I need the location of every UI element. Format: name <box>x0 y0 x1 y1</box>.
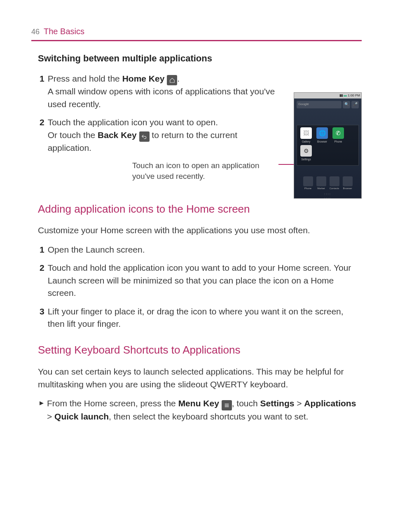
home-key-label: Home Key <box>122 74 165 83</box>
step-number: 1 <box>40 73 44 110</box>
step-body: Touch the application icon you want to o… <box>48 116 254 154</box>
step-number: 3 <box>40 305 44 330</box>
phone-status-bar: ▮▮ ▬ 1:00 PM <box>294 93 361 98</box>
phone-dock: Phone Market Contacts Browser :::::::: <box>294 175 361 198</box>
recent-app-settings: ⚙ Settings <box>299 145 313 161</box>
dock-app-market: Market <box>316 176 327 190</box>
text: > <box>47 412 54 421</box>
text: , then select the keyboard shortcuts you… <box>109 412 308 421</box>
bullet-body: From the Home screen, press the Menu Key… <box>47 397 362 423</box>
recent-app-browser: 🌐 Browser <box>315 127 329 143</box>
recent-app-phone: ✆ Phone <box>331 127 345 143</box>
dock-app-browser: Browser <box>342 176 353 190</box>
phone-time: 1:00 PM <box>348 94 360 97</box>
applications-label: Applications <box>304 398 356 408</box>
back-key-icon <box>139 131 150 142</box>
battery-icon: ▬ <box>344 94 347 97</box>
text: , touch <box>232 398 260 408</box>
adding-step-3: 3 Lift your finger to place it, or drag … <box>40 305 362 330</box>
text: Or touch the <box>48 130 98 140</box>
step-number: 2 <box>40 116 44 154</box>
svg-rect-1 <box>225 405 229 406</box>
mic-icon: 🎤 <box>351 101 359 108</box>
phone-screenshot: ▮▮ ▬ 1:00 PM Google 🔍 🎤 🖼 Gallery 🌐 Brow… <box>294 92 362 199</box>
app-label: Gallery <box>302 140 311 143</box>
dock-label: Market <box>317 187 325 190</box>
back-key-label: Back Key <box>98 130 137 140</box>
text: Press and hold the <box>48 74 122 83</box>
callout-text: Touch an icon to open an application you… <box>132 160 274 182</box>
heading-shortcuts: Setting Keyboard Shortcuts to Applicatio… <box>38 342 362 358</box>
text: From the Home screen, press the <box>47 398 178 408</box>
app-label: Browser <box>317 140 327 143</box>
section-title: The Basics <box>44 26 84 37</box>
recent-app-gallery: 🖼 Gallery <box>299 127 313 143</box>
menu-key-icon <box>222 400 232 410</box>
settings-label: Settings <box>260 398 295 408</box>
subheading-switching: Switching between multiple applications <box>38 52 362 65</box>
adding-step-2: 2 Touch and hold the application icon yo… <box>40 262 362 299</box>
phone-search-bar: Google 🔍 🎤 <box>297 101 359 108</box>
page-header: 46 The Basics <box>31 26 362 41</box>
recent-apps-panel: 🖼 Gallery 🌐 Browser ✆ Phone ⚙ Settings <box>297 125 359 166</box>
app-label: Settings <box>301 158 311 161</box>
dock-label: Phone <box>304 187 311 190</box>
step-body: Press and hold the Home Key . A small wi… <box>48 73 291 110</box>
svg-rect-2 <box>225 406 229 407</box>
svg-rect-0 <box>225 404 229 405</box>
step-number: 2 <box>40 262 44 299</box>
launcher-dots-icon: :::::::: <box>324 192 331 199</box>
dock-app-phone: Phone <box>302 176 314 190</box>
shortcuts-intro: You can set certain keys to launch selec… <box>38 366 362 391</box>
heading-adding: Adding application icons to the Home scr… <box>38 202 362 217</box>
home-key-icon <box>167 75 177 85</box>
search-icon: 🔍 <box>343 101 350 108</box>
step-body: Lift your finger to place it, or drag th… <box>48 305 362 330</box>
step-body: Open the Launch screen. <box>48 244 362 256</box>
signal-icon: ▮▮ <box>339 94 343 97</box>
app-label: Phone <box>335 140 342 143</box>
text: . <box>177 74 180 83</box>
phone-search-box: Google <box>297 101 342 108</box>
adding-intro: Customize your Home screen with the appl… <box>38 224 362 237</box>
step-number: 1 <box>40 244 44 256</box>
adding-steps: 1 Open the Launch screen. 2 Touch and ho… <box>40 244 362 330</box>
step-body: Touch and hold the application icon you … <box>48 262 362 299</box>
adding-step-1: 1 Open the Launch screen. <box>40 244 362 256</box>
text: A small window opens with icons of appli… <box>48 87 275 108</box>
text: > <box>294 398 304 408</box>
dock-label: Contacts <box>330 187 339 190</box>
shortcut-bullet: ▶ From the Home screen, press the Menu K… <box>40 397 362 423</box>
menu-key-label: Menu Key <box>178 398 219 408</box>
page-number: 46 <box>31 26 40 37</box>
triangle-bullet-icon: ▶ <box>40 397 44 423</box>
quick-launch-label: Quick launch <box>54 412 109 421</box>
dock-label: Browser <box>343 187 352 190</box>
dock-app-contacts: Contacts <box>329 176 340 190</box>
text: Touch the application icon you want to o… <box>48 117 218 127</box>
